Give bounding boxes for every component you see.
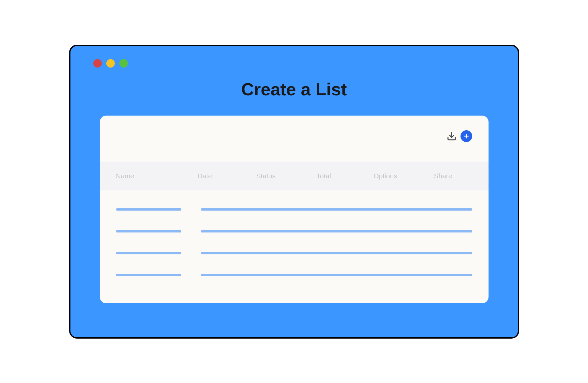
skeleton-placeholder	[116, 274, 181, 276]
close-window-button[interactable]	[93, 59, 102, 68]
column-header-name[interactable]: Name	[116, 172, 198, 180]
table-body	[100, 190, 489, 276]
column-header-date[interactable]: Date	[198, 172, 256, 180]
plus-icon	[463, 133, 470, 139]
window-controls	[70, 46, 518, 68]
skeleton-row	[116, 252, 472, 254]
add-button[interactable]	[460, 130, 472, 142]
column-header-options[interactable]: Options	[374, 172, 434, 180]
skeleton-placeholder	[116, 208, 181, 211]
list-card: Name Date Status Total Options Share	[100, 116, 489, 303]
card-toolbar	[100, 116, 489, 162]
skeleton-row	[116, 230, 472, 232]
maximize-window-button[interactable]	[119, 59, 128, 68]
download-button[interactable]	[446, 131, 457, 142]
page-title: Create a List	[70, 79, 518, 99]
minimize-window-button[interactable]	[106, 59, 115, 68]
app-window: Create a List Name Date Status	[69, 45, 519, 339]
download-icon	[447, 131, 457, 141]
skeleton-row	[116, 274, 472, 276]
table-header: Name Date Status Total Options Share	[100, 162, 489, 190]
column-header-total[interactable]: Total	[317, 172, 374, 180]
skeleton-placeholder	[201, 252, 472, 254]
skeleton-placeholder	[201, 208, 472, 211]
column-header-share[interactable]: Share	[434, 172, 472, 180]
skeleton-placeholder	[201, 230, 472, 232]
column-header-status[interactable]: Status	[256, 172, 317, 180]
skeleton-placeholder	[116, 230, 181, 232]
skeleton-placeholder	[201, 274, 472, 276]
skeleton-row	[116, 208, 472, 211]
skeleton-placeholder	[116, 252, 181, 254]
